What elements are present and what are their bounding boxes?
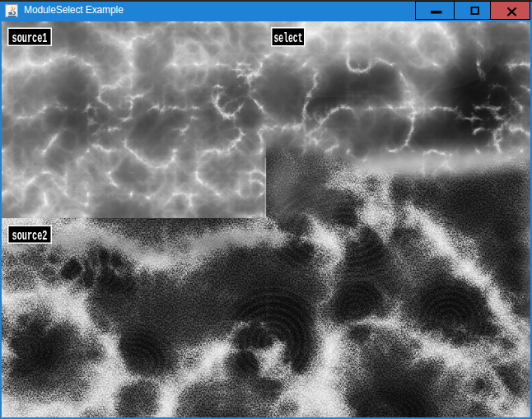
svg-text:select: select (274, 30, 303, 46)
svg-text:source1: source1 (12, 30, 48, 46)
svg-text:source2: source2 (12, 228, 48, 244)
